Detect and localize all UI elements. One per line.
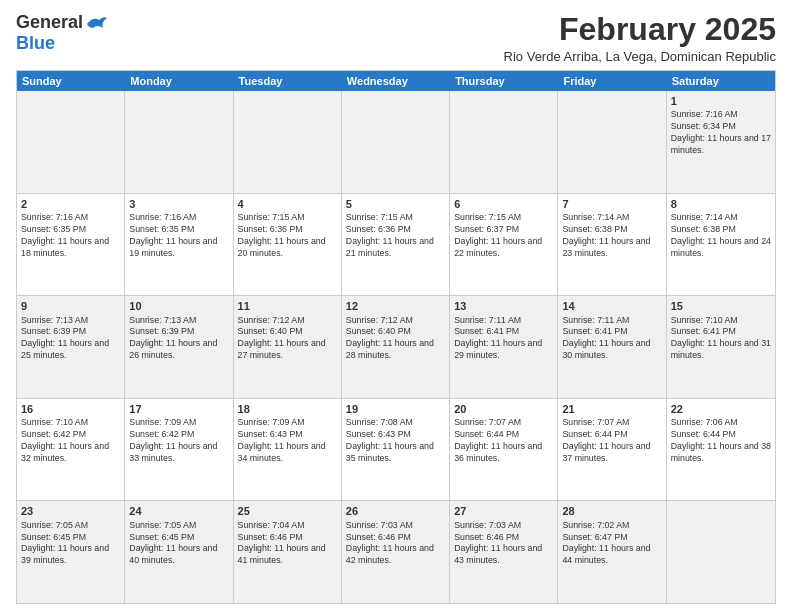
calendar-cell: 28Sunrise: 7:02 AM Sunset: 6:47 PM Dayli… <box>558 501 666 603</box>
day-info: Sunrise: 7:09 AM Sunset: 6:43 PM Dayligh… <box>238 417 337 465</box>
day-info: Sunrise: 7:12 AM Sunset: 6:40 PM Dayligh… <box>346 315 445 363</box>
calendar-cell: 1Sunrise: 7:16 AM Sunset: 6:34 PM Daylig… <box>667 91 775 193</box>
calendar-cell: 5Sunrise: 7:15 AM Sunset: 6:36 PM Daylig… <box>342 194 450 296</box>
day-number: 3 <box>129 197 228 211</box>
calendar-cell: 8Sunrise: 7:14 AM Sunset: 6:38 PM Daylig… <box>667 194 775 296</box>
calendar-cell: 9Sunrise: 7:13 AM Sunset: 6:39 PM Daylig… <box>17 296 125 398</box>
day-info: Sunrise: 7:05 AM Sunset: 6:45 PM Dayligh… <box>129 520 228 568</box>
calendar-cell <box>558 91 666 193</box>
calendar-cell: 7Sunrise: 7:14 AM Sunset: 6:38 PM Daylig… <box>558 194 666 296</box>
calendar-week-1: 1Sunrise: 7:16 AM Sunset: 6:34 PM Daylig… <box>17 91 775 194</box>
day-info: Sunrise: 7:13 AM Sunset: 6:39 PM Dayligh… <box>129 315 228 363</box>
calendar-cell: 24Sunrise: 7:05 AM Sunset: 6:45 PM Dayli… <box>125 501 233 603</box>
day-number: 5 <box>346 197 445 211</box>
day-info: Sunrise: 7:15 AM Sunset: 6:36 PM Dayligh… <box>346 212 445 260</box>
day-info: Sunrise: 7:12 AM Sunset: 6:40 PM Dayligh… <box>238 315 337 363</box>
logo: General Blue <box>16 12 107 54</box>
day-number: 4 <box>238 197 337 211</box>
day-info: Sunrise: 7:08 AM Sunset: 6:43 PM Dayligh… <box>346 417 445 465</box>
logo-bird-icon <box>85 14 107 32</box>
day-number: 16 <box>21 402 120 416</box>
day-info: Sunrise: 7:16 AM Sunset: 6:35 PM Dayligh… <box>129 212 228 260</box>
day-info: Sunrise: 7:02 AM Sunset: 6:47 PM Dayligh… <box>562 520 661 568</box>
header-wednesday: Wednesday <box>342 71 450 91</box>
header-friday: Friday <box>558 71 666 91</box>
calendar-cell: 21Sunrise: 7:07 AM Sunset: 6:44 PM Dayli… <box>558 399 666 501</box>
day-info: Sunrise: 7:05 AM Sunset: 6:45 PM Dayligh… <box>21 520 120 568</box>
day-number: 17 <box>129 402 228 416</box>
day-info: Sunrise: 7:03 AM Sunset: 6:46 PM Dayligh… <box>454 520 553 568</box>
day-number: 10 <box>129 299 228 313</box>
calendar-cell: 18Sunrise: 7:09 AM Sunset: 6:43 PM Dayli… <box>234 399 342 501</box>
day-number: 26 <box>346 504 445 518</box>
day-info: Sunrise: 7:15 AM Sunset: 6:37 PM Dayligh… <box>454 212 553 260</box>
calendar-cell: 25Sunrise: 7:04 AM Sunset: 6:46 PM Dayli… <box>234 501 342 603</box>
day-number: 15 <box>671 299 771 313</box>
day-number: 2 <box>21 197 120 211</box>
calendar-cell: 4Sunrise: 7:15 AM Sunset: 6:36 PM Daylig… <box>234 194 342 296</box>
day-info: Sunrise: 7:03 AM Sunset: 6:46 PM Dayligh… <box>346 520 445 568</box>
calendar-cell <box>17 91 125 193</box>
calendar-cell: 27Sunrise: 7:03 AM Sunset: 6:46 PM Dayli… <box>450 501 558 603</box>
calendar-cell: 6Sunrise: 7:15 AM Sunset: 6:37 PM Daylig… <box>450 194 558 296</box>
header-monday: Monday <box>125 71 233 91</box>
calendar-cell: 15Sunrise: 7:10 AM Sunset: 6:41 PM Dayli… <box>667 296 775 398</box>
calendar-cell: 26Sunrise: 7:03 AM Sunset: 6:46 PM Dayli… <box>342 501 450 603</box>
calendar-cell: 16Sunrise: 7:10 AM Sunset: 6:42 PM Dayli… <box>17 399 125 501</box>
day-info: Sunrise: 7:13 AM Sunset: 6:39 PM Dayligh… <box>21 315 120 363</box>
day-number: 22 <box>671 402 771 416</box>
calendar: Sunday Monday Tuesday Wednesday Thursday… <box>16 70 776 604</box>
day-number: 24 <box>129 504 228 518</box>
calendar-cell: 22Sunrise: 7:06 AM Sunset: 6:44 PM Dayli… <box>667 399 775 501</box>
header: General Blue February 2025 Rio Verde Arr… <box>16 12 776 64</box>
day-info: Sunrise: 7:06 AM Sunset: 6:44 PM Dayligh… <box>671 417 771 465</box>
calendar-week-5: 23Sunrise: 7:05 AM Sunset: 6:45 PM Dayli… <box>17 501 775 603</box>
day-number: 27 <box>454 504 553 518</box>
calendar-cell <box>450 91 558 193</box>
calendar-cell: 23Sunrise: 7:05 AM Sunset: 6:45 PM Dayli… <box>17 501 125 603</box>
calendar-cell: 20Sunrise: 7:07 AM Sunset: 6:44 PM Dayli… <box>450 399 558 501</box>
day-number: 9 <box>21 299 120 313</box>
day-info: Sunrise: 7:14 AM Sunset: 6:38 PM Dayligh… <box>671 212 771 260</box>
day-number: 25 <box>238 504 337 518</box>
day-info: Sunrise: 7:14 AM Sunset: 6:38 PM Dayligh… <box>562 212 661 260</box>
day-info: Sunrise: 7:10 AM Sunset: 6:41 PM Dayligh… <box>671 315 771 363</box>
header-sunday: Sunday <box>17 71 125 91</box>
calendar-cell: 12Sunrise: 7:12 AM Sunset: 6:40 PM Dayli… <box>342 296 450 398</box>
day-number: 7 <box>562 197 661 211</box>
calendar-cell: 17Sunrise: 7:09 AM Sunset: 6:42 PM Dayli… <box>125 399 233 501</box>
day-info: Sunrise: 7:09 AM Sunset: 6:42 PM Dayligh… <box>129 417 228 465</box>
header-tuesday: Tuesday <box>234 71 342 91</box>
title-section: February 2025 Rio Verde Arriba, La Vega,… <box>504 12 776 64</box>
day-number: 18 <box>238 402 337 416</box>
day-info: Sunrise: 7:15 AM Sunset: 6:36 PM Dayligh… <box>238 212 337 260</box>
day-number: 12 <box>346 299 445 313</box>
header-saturday: Saturday <box>667 71 775 91</box>
calendar-cell: 3Sunrise: 7:16 AM Sunset: 6:35 PM Daylig… <box>125 194 233 296</box>
calendar-cell <box>234 91 342 193</box>
page: General Blue February 2025 Rio Verde Arr… <box>0 0 792 612</box>
day-info: Sunrise: 7:11 AM Sunset: 6:41 PM Dayligh… <box>454 315 553 363</box>
calendar-week-3: 9Sunrise: 7:13 AM Sunset: 6:39 PM Daylig… <box>17 296 775 399</box>
day-number: 1 <box>671 94 771 108</box>
logo-general-text: General <box>16 12 83 33</box>
day-number: 28 <box>562 504 661 518</box>
month-title: February 2025 <box>504 12 776 47</box>
day-number: 23 <box>21 504 120 518</box>
calendar-header: Sunday Monday Tuesday Wednesday Thursday… <box>17 71 775 91</box>
day-number: 13 <box>454 299 553 313</box>
logo-blue-text: Blue <box>16 33 55 53</box>
day-info: Sunrise: 7:16 AM Sunset: 6:34 PM Dayligh… <box>671 109 771 157</box>
calendar-cell: 2Sunrise: 7:16 AM Sunset: 6:35 PM Daylig… <box>17 194 125 296</box>
calendar-week-2: 2Sunrise: 7:16 AM Sunset: 6:35 PM Daylig… <box>17 194 775 297</box>
day-number: 6 <box>454 197 553 211</box>
calendar-cell <box>667 501 775 603</box>
calendar-cell: 14Sunrise: 7:11 AM Sunset: 6:41 PM Dayli… <box>558 296 666 398</box>
calendar-week-4: 16Sunrise: 7:10 AM Sunset: 6:42 PM Dayli… <box>17 399 775 502</box>
calendar-body: 1Sunrise: 7:16 AM Sunset: 6:34 PM Daylig… <box>17 91 775 603</box>
day-number: 14 <box>562 299 661 313</box>
subtitle: Rio Verde Arriba, La Vega, Dominican Rep… <box>504 49 776 64</box>
day-info: Sunrise: 7:10 AM Sunset: 6:42 PM Dayligh… <box>21 417 120 465</box>
day-number: 20 <box>454 402 553 416</box>
calendar-cell: 13Sunrise: 7:11 AM Sunset: 6:41 PM Dayli… <box>450 296 558 398</box>
